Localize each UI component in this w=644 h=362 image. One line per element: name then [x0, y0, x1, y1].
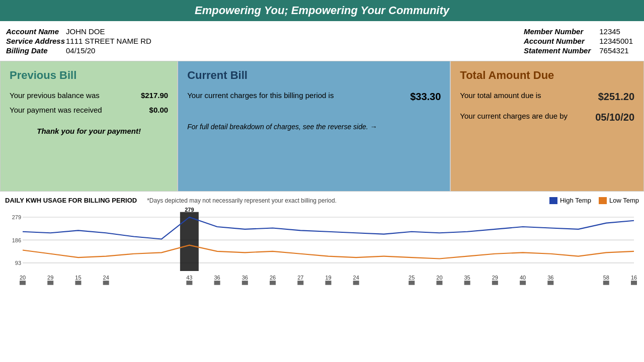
card-previous: Previous Bill Your previous balance was$…	[0, 61, 178, 192]
svg-rect-14	[103, 281, 109, 285]
account-right-value: 12345001	[592, 37, 633, 45]
svg-text:16: 16	[631, 275, 637, 281]
svg-text:43: 43	[186, 275, 192, 281]
svg-text:15: 15	[75, 275, 81, 281]
total-due-title: Total Amount Due	[460, 69, 634, 82]
chart-legend: High Temp Low Temp	[549, 197, 639, 204]
svg-text:36: 36	[242, 275, 248, 281]
svg-text:20: 20	[20, 275, 26, 281]
low-temp-label: Low Temp	[609, 197, 639, 204]
due-by-label: Your current charges are due by	[460, 112, 568, 120]
header-banner: Empowering You; Empowering Your Communit…	[0, 0, 644, 21]
svg-rect-16	[186, 281, 192, 285]
previous-bill-title: Previous Bill	[10, 69, 168, 82]
svg-rect-40	[547, 281, 553, 285]
previous-bill-row: Your previous balance was$217.90	[10, 91, 168, 100]
card-current: Current Bill Your current charges for th…	[178, 61, 450, 192]
prev-row-label: Your previous balance was	[10, 91, 100, 100]
svg-rect-10	[47, 281, 53, 285]
tagline: Empowering You; Empowering Your Communit…	[195, 4, 449, 17]
svg-text:58: 58	[603, 275, 609, 281]
svg-text:279: 279	[12, 214, 21, 220]
account-right-label: Statement Number	[524, 46, 591, 55]
svg-text:40: 40	[520, 275, 526, 281]
due-by-date: 05/10/20	[595, 112, 634, 123]
current-bill-note: For full detail breakdown of charges, se…	[187, 123, 441, 131]
current-bill-description: Your current charges for this billing pe…	[187, 91, 334, 100]
account-info: Account NameJOHN DOEService Address1111 …	[0, 21, 644, 61]
prev-row-amount: $0.00	[149, 106, 169, 114]
chart-title: DAILY KWH USAGE FOR BILLING PERIOD	[5, 197, 137, 204]
current-bill-amount: $33.30	[410, 91, 441, 103]
account-left-label: Service Address	[6, 37, 65, 45]
account-right-row: Statement Number7654321	[524, 46, 633, 55]
card-total: Total Amount Due Your total amount due i…	[450, 61, 644, 192]
svg-rect-6	[180, 212, 199, 271]
account-left-label: Billing Date	[6, 46, 65, 55]
svg-rect-22	[270, 281, 276, 285]
legend-low-temp: Low Temp	[599, 197, 639, 204]
svg-text:279: 279	[185, 207, 194, 213]
svg-text:93: 93	[15, 260, 21, 266]
prev-row-amount: $217.90	[141, 91, 168, 100]
account-right-row: Member Number12345	[524, 27, 633, 36]
svg-text:24: 24	[353, 275, 359, 281]
svg-rect-36	[492, 281, 498, 285]
svg-rect-8	[20, 281, 26, 285]
svg-text:19: 19	[325, 275, 331, 281]
account-right-value: 7654321	[592, 46, 633, 55]
account-left-row: Service Address1111 STREET NAME RD	[6, 37, 151, 45]
current-bill-title: Current Bill	[187, 69, 441, 82]
previous-bill-row: Your payment was received$0.00	[10, 106, 168, 114]
total-due-row: Your total amount due is $251.20	[460, 91, 634, 103]
account-right-label: Account Number	[524, 37, 591, 45]
prev-row-label: Your payment was received	[10, 106, 102, 114]
svg-rect-18	[214, 281, 220, 285]
chart-header: DAILY KWH USAGE FOR BILLING PERIOD *Days…	[5, 197, 639, 204]
svg-rect-24	[297, 281, 303, 285]
chart-note: *Days depicted may not necessarily repre…	[147, 197, 337, 204]
svg-text:24: 24	[103, 275, 109, 281]
svg-text:29: 29	[47, 275, 53, 281]
svg-rect-42	[603, 281, 609, 285]
thank-you-message: Thank you for your payment!	[10, 127, 168, 135]
account-right: Member Number12345Account Number12345001…	[523, 26, 634, 56]
chart-svg: 9318627920291524433636262719242520352940…	[5, 207, 639, 287]
high-temp-label: High Temp	[560, 197, 591, 204]
svg-text:29: 29	[492, 275, 498, 281]
svg-text:20: 20	[436, 275, 442, 281]
account-left: Account NameJOHN DOEService Address1111 …	[5, 26, 152, 56]
high-temp-box	[549, 197, 557, 204]
svg-text:36: 36	[214, 275, 220, 281]
account-left-label: Account Name	[6, 27, 65, 36]
total-due-label: Your total amount due is	[460, 91, 541, 100]
svg-rect-28	[353, 281, 359, 285]
svg-rect-26	[326, 281, 332, 285]
chart-container: 9318627920291524433636262719242520352940…	[5, 207, 639, 287]
billing-cards: Previous Bill Your previous balance was$…	[0, 61, 644, 192]
svg-text:27: 27	[297, 275, 303, 281]
svg-rect-32	[436, 281, 442, 285]
current-bill-amount-row: Your current charges for this billing pe…	[187, 91, 441, 103]
svg-text:186: 186	[12, 237, 21, 243]
account-left-row: Billing Date04/15/20	[6, 46, 151, 55]
chart-section: DAILY KWH USAGE FOR BILLING PERIOD *Days…	[0, 192, 644, 287]
svg-rect-38	[520, 281, 526, 285]
svg-rect-44	[631, 281, 637, 285]
account-right-value: 12345	[592, 27, 633, 36]
account-left-row: Account NameJOHN DOE	[6, 27, 151, 36]
account-left-value: 04/15/20	[66, 46, 151, 55]
svg-text:36: 36	[547, 275, 553, 281]
account-right-label: Member Number	[524, 27, 591, 36]
legend-high-temp: High Temp	[549, 197, 591, 204]
account-left-value: 1111 STREET NAME RD	[66, 37, 151, 45]
account-right-row: Account Number12345001	[524, 37, 633, 45]
svg-rect-12	[75, 281, 81, 285]
svg-rect-34	[464, 281, 470, 285]
svg-text:25: 25	[409, 275, 415, 281]
account-left-value: JOHN DOE	[66, 27, 151, 36]
low-temp-box	[599, 197, 607, 204]
total-due-amount: $251.20	[598, 91, 634, 103]
svg-text:26: 26	[270, 275, 276, 281]
svg-text:35: 35	[464, 275, 470, 281]
